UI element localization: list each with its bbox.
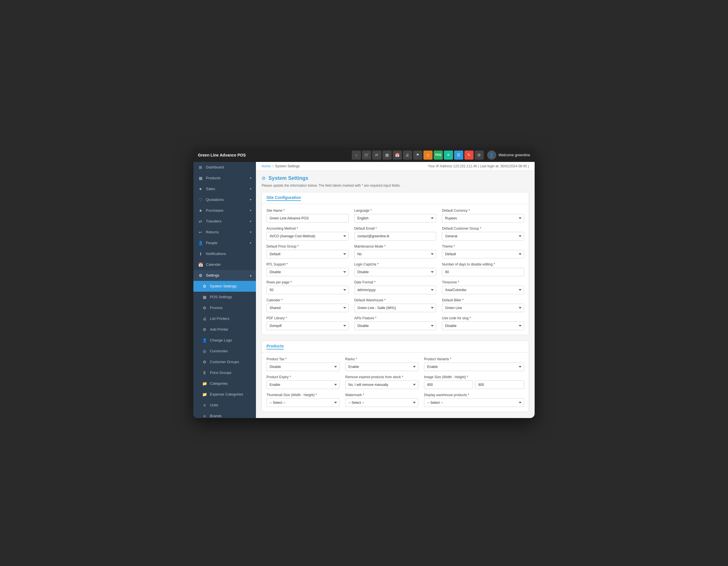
days-disable-editing-label: Number of days to disable editing *: [442, 262, 524, 266]
alert-nav-icon[interactable]: ⚠: [423, 150, 433, 160]
cart-nav-icon[interactable]: 🛒: [362, 150, 371, 160]
sidebar-label-transfers: Transfers: [206, 219, 221, 223]
breadcrumb-home[interactable]: Home: [262, 164, 271, 168]
default-customer-group-select[interactable]: General: [442, 232, 524, 240]
apps-nav-icon[interactable]: ⊞: [475, 150, 484, 160]
pos-nav-icon[interactable]: POS: [434, 150, 443, 160]
pdf-library-select[interactable]: Dompdf: [266, 322, 349, 330]
login-captcha-select[interactable]: Disable: [354, 268, 437, 276]
default-price-group-group: Default Price Group * Default: [266, 244, 349, 258]
maintenance-mode-select[interactable]: No: [354, 250, 437, 258]
share-nav-icon[interactable]: ⇄: [372, 150, 381, 160]
sidebar-label-add-printer: Add Printer: [210, 327, 228, 332]
language-select[interactable]: English: [354, 214, 437, 222]
site-name-input[interactable]: [266, 214, 349, 222]
default-currency-select[interactable]: Rupees: [442, 214, 524, 222]
people-icon: 👤: [198, 241, 203, 245]
sidebar-label-customer-groups: Customer Groups: [210, 360, 239, 364]
sidebar-item-purchases[interactable]: ★ Purchases ▾: [193, 205, 256, 216]
default-warehouse-select[interactable]: Green Line - Galle (WH1): [354, 304, 437, 312]
product-expiry-label: Product Expiry *: [266, 375, 340, 379]
sidebar-item-price-groups[interactable]: $ Price Groups: [193, 367, 256, 378]
default-price-group-select[interactable]: Default: [266, 250, 349, 258]
sidebar-item-people[interactable]: 👤 People ▾: [193, 237, 256, 248]
list-nav-icon[interactable]: ☰: [454, 150, 463, 160]
printer-nav-icon[interactable]: 🖨: [403, 150, 412, 160]
rows-per-page-select[interactable]: 50: [266, 286, 349, 294]
remove-expired-select[interactable]: No, I will remove manually: [345, 381, 418, 389]
grid-nav-icon[interactable]: ▦: [382, 150, 392, 160]
default-email-input[interactable]: [354, 232, 437, 240]
watermark-select[interactable]: -- Select --: [345, 398, 418, 407]
display-warehouse-select[interactable]: -- Select --: [424, 398, 524, 407]
watermark-label: Watermark *: [345, 393, 418, 397]
image-width-input[interactable]: [424, 381, 473, 389]
product-variants-select[interactable]: Enable: [424, 363, 524, 371]
edit-nav-icon[interactable]: ✎: [464, 150, 473, 160]
default-customer-group-label: Default Customer Group *: [442, 226, 524, 230]
sidebar-item-customer-groups[interactable]: ⚙ Customer Groups: [193, 357, 256, 367]
rows-per-page-label: Rows per page *: [266, 280, 349, 284]
remove-expired-label: Remove expired products from stock *: [345, 375, 418, 379]
date-format-select[interactable]: dd/mm/yyyy: [354, 286, 437, 294]
settings-icon: ⚙: [198, 273, 203, 278]
pdf-library-group: PDF Library * Dompdf: [266, 316, 349, 330]
timezone-select[interactable]: Asia/Colombo: [442, 286, 524, 294]
theme-select[interactable]: Default: [442, 250, 524, 258]
site-config-section: Site Configuration Site Name * Language …: [262, 192, 529, 335]
product-expiry-select[interactable]: Enable: [266, 381, 340, 389]
products-icon: ▦: [198, 176, 203, 180]
image-size-group: Image Size (Width : Height) *: [424, 375, 524, 389]
site-config-form: Site Name * Language * English Default: [266, 208, 524, 330]
sidebar-item-quotations[interactable]: ♡ Quotations ▾: [193, 194, 256, 205]
flag-nav-icon[interactable]: ⚑: [413, 150, 422, 160]
image-height-input[interactable]: [475, 381, 524, 389]
default-biller-select[interactable]: Green Line: [442, 304, 524, 312]
apis-feature-select[interactable]: Disable: [354, 322, 437, 330]
sidebar-item-brands[interactable]: ≡ Brands: [193, 411, 256, 418]
sidebar-item-pos-settings[interactable]: ▦ POS Settings: [193, 292, 256, 303]
home-nav-icon[interactable]: ⌂: [352, 150, 361, 160]
sidebar-item-products[interactable]: ▦ Products ▾: [193, 173, 256, 183]
sidebar-item-transfers[interactable]: ⇄ Transfers ▾: [193, 216, 256, 227]
sidebar-item-system-settings[interactable]: ⚙ System Settings: [193, 281, 256, 292]
calender-field-label: Calender *: [266, 298, 349, 302]
sidebar-item-promos[interactable]: ⚙ Promos: [193, 303, 256, 313]
categories-icon: 📁: [202, 381, 207, 386]
sidebar-item-notifications[interactable]: ℹ Notifications: [193, 248, 256, 259]
use-code-slug-select[interactable]: Disable: [442, 322, 524, 330]
product-tax-label: Product Tax *: [266, 357, 340, 361]
sidebar-item-settings[interactable]: ⚙ Settings ▴: [193, 270, 256, 281]
product-tax-select[interactable]: Disable: [266, 363, 340, 371]
sidebar-item-expense-categories[interactable]: 📁 Expense Categories: [193, 389, 256, 400]
people-arrow: ▾: [250, 241, 251, 244]
sidebar-item-list-printers[interactable]: 🖨 List Printers: [193, 313, 256, 324]
calendar-nav-icon[interactable]: 📅: [393, 150, 402, 160]
sidebar-item-calender[interactable]: 📅 Calender: [193, 259, 256, 270]
sidebar-item-currencies[interactable]: ◎ Currencies: [193, 346, 256, 357]
sidebar-item-change-logo[interactable]: 👤 Change Logo: [193, 335, 256, 346]
date-format-group: Date Format * dd/mm/yyyy: [354, 280, 437, 294]
thumbnail-size-select[interactable]: -- Select --: [266, 398, 340, 407]
breadcrumb-separator: /: [272, 164, 273, 168]
sidebar-item-categories[interactable]: 📁 Categories: [193, 378, 256, 389]
x-nav-icon[interactable]: ✕: [444, 150, 453, 160]
units-icon: ≡: [202, 403, 207, 408]
sidebar-label-currencies: Currencies: [210, 349, 228, 353]
rtl-support-select[interactable]: Disable: [266, 268, 349, 276]
sidebar-item-returns[interactable]: ↩ Returns ▾: [193, 227, 256, 237]
racks-select[interactable]: Enable: [345, 363, 418, 371]
sidebar-item-add-printer[interactable]: ⚙ Add Printer: [193, 324, 256, 335]
sidebar-item-dashboard[interactable]: ⊞ Dashboard: [193, 162, 256, 173]
days-disable-editing-input[interactable]: [442, 268, 524, 276]
sidebar-label-units: Units: [210, 403, 218, 407]
theme-label: Theme *: [442, 244, 524, 248]
calender-group: Calender * Shared: [266, 298, 349, 312]
sidebar-item-units[interactable]: ≡ Units: [193, 400, 256, 411]
add-printer-icon: ⚙: [202, 327, 207, 332]
accounting-method-select[interactable]: AVCO (Average Cost Method): [266, 232, 349, 240]
language-group: Language * English: [354, 208, 437, 222]
sidebar-item-sales[interactable]: ♥ Sales ▾: [193, 183, 256, 194]
sidebar: ⊞ Dashboard ▦ Products ▾ ♥ Sales ▾ ♡ Quo…: [193, 162, 256, 418]
calender-select[interactable]: Shared: [266, 304, 349, 312]
